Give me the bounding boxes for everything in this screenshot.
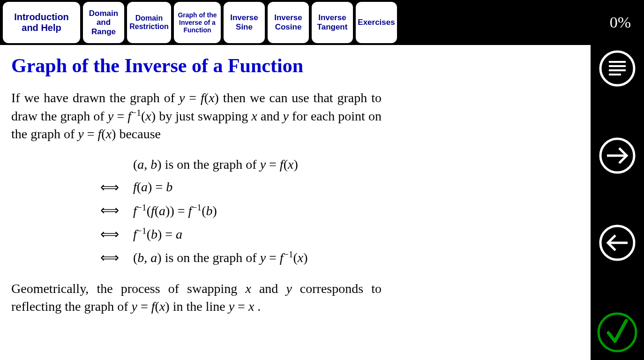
paragraph-2: Geometrically, the process of swapping x… (11, 280, 382, 315)
check-icon (596, 311, 638, 353)
derivation-block: (a, b) is on the graph of y = f(x) ⟺ f(a… (11, 157, 577, 266)
next-button[interactable] (599, 137, 636, 176)
tab-inverse-cosine[interactable]: Inverse Cosine (268, 2, 309, 43)
tab-bar: Introduction and Help Domain and Range D… (0, 0, 644, 45)
progress-percent: 0% (610, 14, 641, 31)
tab-domain-restriction[interactable]: Domain Restriction (127, 2, 171, 43)
paragraph-1: If we have drawn the graph of y = f(x) t… (11, 89, 382, 143)
tab-graph-inverse[interactable]: Graph of the Inverse of a Function (174, 2, 221, 43)
tab-inverse-tangent[interactable]: Inverse Tangent (312, 2, 353, 43)
tab-intro-help[interactable]: Introduction and Help (3, 2, 80, 43)
check-button[interactable] (596, 311, 638, 355)
prev-button[interactable] (599, 224, 636, 263)
svg-point-9 (599, 314, 636, 351)
menu-icon (599, 50, 636, 87)
content-area: Graph of the Inverse of a Function If we… (0, 45, 591, 360)
sidebar (591, 45, 644, 360)
tab-inverse-sine[interactable]: Inverse Sine (224, 2, 265, 43)
prev-icon (599, 224, 636, 262)
svg-point-0 (600, 52, 634, 85)
menu-button[interactable] (599, 50, 636, 89)
page-title: Graph of the Inverse of a Function (11, 54, 577, 77)
tab-domain-range[interactable]: Domain and Range (83, 2, 124, 43)
tab-exercises[interactable]: Exercises (356, 2, 397, 43)
next-icon (599, 137, 636, 174)
